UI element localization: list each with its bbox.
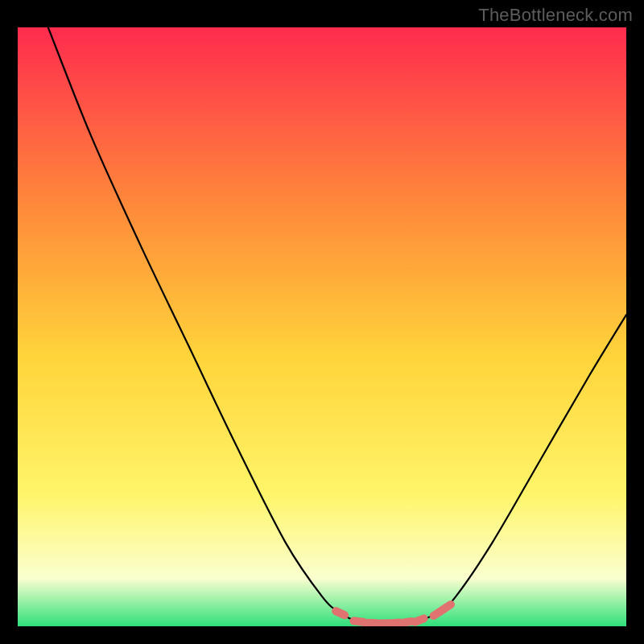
watermark-label: TheBottleneck.com: [478, 5, 633, 26]
plot-area: [18, 27, 626, 626]
gradient-background: [18, 27, 626, 626]
chart-frame: TheBottleneck.com: [0, 0, 644, 644]
plot-svg: [18, 27, 626, 626]
